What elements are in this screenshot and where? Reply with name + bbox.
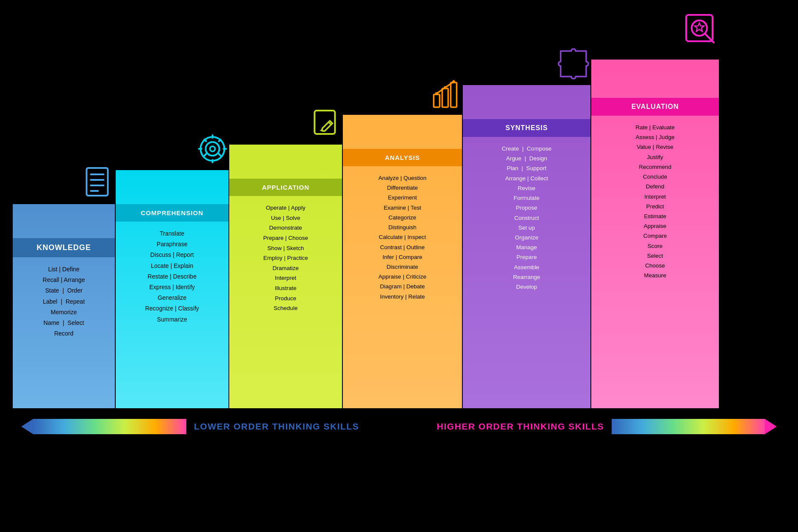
evaluation-content: Rate | Evaluate Assess | Judge Value | R… — [591, 116, 719, 408]
evaluation-header: EVALUATION — [591, 98, 719, 116]
analysis-icon — [430, 77, 462, 111]
synthesis-header: SYNTHESIS — [463, 119, 590, 137]
col-evaluation: EVALUATION Rate | Evaluate Assess | Judg… — [591, 60, 719, 408]
application-header: APPLICATION — [229, 179, 342, 196]
analysis-content: Analyze | Question Differentiate Experim… — [343, 166, 462, 408]
application-items: Operate | Apply Use | Solve Demonstrate … — [263, 203, 308, 313]
synthesis-icon — [556, 47, 590, 81]
right-arrowhead — [765, 419, 777, 434]
analysis-items: Analyze | Question Differentiate Experim… — [378, 173, 426, 302]
comprehension-icon — [197, 132, 228, 166]
col-knowledge: KNOWLEDGE List | Define Recall | Arrange… — [13, 204, 115, 408]
left-arrowhead — [21, 419, 33, 434]
application-content: Operate | Apply Use | Solve Demonstrate … — [229, 196, 342, 408]
svg-point-11 — [210, 146, 215, 151]
arrow-left-shaft — [33, 419, 186, 434]
col-comprehension: COMPREHENSION Translate Paraphrase Discu… — [116, 170, 228, 408]
higher-order-arrow: HIGHER ORDER THINKING SKILLS — [437, 419, 777, 434]
evaluation-items: Rate | Evaluate Assess | Judge Value | R… — [636, 122, 675, 281]
knowledge-header: KNOWLEDGE — [13, 238, 115, 257]
svg-point-17 — [435, 92, 438, 95]
svg-point-6 — [205, 142, 219, 156]
arrow-right-shaft — [612, 419, 765, 434]
svg-point-18 — [444, 86, 447, 89]
main-container: KNOWLEDGE List | Define Recall | Arrange… — [0, 0, 798, 532]
application-icon — [310, 106, 342, 140]
svg-point-5 — [200, 137, 224, 161]
comprehension-header: COMPREHENSION — [116, 204, 228, 222]
col-application: APPLICATION Operate | Apply Use | Solve … — [229, 145, 342, 408]
synthesis-content: Create | Compose Argue | Design Plan | S… — [463, 137, 590, 408]
svg-point-19 — [452, 80, 455, 83]
col-analysis: ANALYSIS Analyze | Question Differentiat… — [343, 115, 462, 408]
higher-order-label: HIGHER ORDER THINKING SKILLS — [437, 421, 604, 432]
svg-rect-15 — [442, 88, 448, 107]
knowledge-icon — [83, 166, 115, 200]
lower-order-arrow: LOWER ORDER THINKING SKILLS — [21, 419, 359, 434]
svg-rect-14 — [433, 94, 439, 107]
synthesis-items: Create | Compose Argue | Design Plan | S… — [502, 144, 552, 292]
comprehension-items: Translate Paraphrase Discuss | Report Lo… — [145, 228, 199, 325]
col-synthesis: SYNTHESIS Create | Compose Argue | Desig… — [463, 85, 590, 408]
svg-rect-16 — [450, 83, 456, 107]
staircase-wrapper: KNOWLEDGE List | Define Recall | Arrange… — [13, 60, 785, 408]
arrow-area: LOWER ORDER THINKING SKILLS HIGHER ORDER… — [13, 419, 785, 447]
lower-order-text: LOWER ORDER THINKING SKILLS — [194, 421, 359, 431]
knowledge-items: List | Define Recall | Arrange State | O… — [43, 264, 85, 339]
analysis-header: ANALYSIS — [343, 149, 462, 166]
comprehension-content: Translate Paraphrase Discuss | Report Lo… — [116, 222, 228, 408]
evaluation-icon — [683, 13, 719, 51]
lower-order-label: LOWER ORDER THINKING SKILLS — [194, 421, 359, 432]
higher-order-text: HIGHER ORDER THINKING SKILLS — [437, 421, 604, 431]
chart-area: KNOWLEDGE List | Define Recall | Arrange… — [13, 60, 785, 408]
knowledge-content: List | Define Recall | Arrange State | O… — [13, 257, 115, 408]
